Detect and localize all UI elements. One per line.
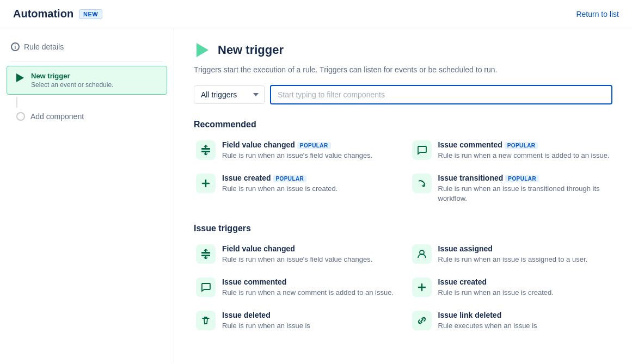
trigger-card[interactable]: Field value changedPOPULAR Rule is run w… (194, 138, 397, 163)
trigger-card-body: Field value changed Rule is run when an … (222, 244, 372, 264)
recommended-section: Recommended Field value changedPOPULAR R… (194, 120, 612, 206)
trigger-card-body: Issue link deleted Rule executes when an… (438, 311, 537, 331)
trigger-card-desc: Rule is run when an issue is (222, 321, 310, 331)
issue-triggers-section-title: Issue triggers (194, 224, 612, 233)
trigger-card-body: Issue deleted Rule is run when an issue … (222, 311, 310, 331)
trigger-card-title: Field value changed (222, 244, 372, 253)
trigger-main-title: New trigger (218, 43, 284, 57)
trigger-card[interactable]: Issue deleted Rule is run when an issue … (194, 309, 397, 333)
trigger-card-body: Issue createdPOPULAR Rule is run when an… (222, 174, 338, 194)
trigger-card-body: Issue commentedPOPULAR Rule is run when … (438, 140, 610, 161)
trigger-card-body: Issue transitionedPOPULAR Rule is run wh… (438, 174, 611, 203)
recommended-triggers-grid: Field value changedPOPULAR Rule is run w… (194, 138, 612, 206)
sidebar: i Rule details New trigger Select an eve… (0, 28, 174, 362)
trigger-card-body: Issue assigned Rule is run when an issue… (438, 244, 588, 264)
issue-triggers-section: Issue triggers Field value changed Rule … (194, 224, 612, 334)
trigger-card-title: Issue link deleted (438, 311, 537, 319)
trigger-card-desc: Rule is run when an issue is transitione… (438, 184, 611, 203)
add-component-row[interactable]: Add component (0, 108, 174, 125)
app-header: Automation NEW Return to list (0, 0, 632, 28)
trigger-card-desc: Rule is run when an issue is created. (438, 288, 554, 298)
trigger-card-desc: Rule executes when an issue is (438, 321, 537, 331)
trigger-card-title: Field value changedPOPULAR (222, 140, 372, 149)
trigger-card-title: Issue transitionedPOPULAR (438, 174, 611, 182)
play-icon (15, 72, 26, 83)
add-component-label: Add component (30, 112, 84, 121)
trigger-card-desc: Rule is run when an issue's field value … (222, 255, 372, 264)
trigger-header: New trigger (194, 41, 612, 59)
popular-badge: POPULAR (297, 142, 331, 149)
trigger-item-title: New trigger (31, 72, 113, 80)
field-value-icon (196, 140, 216, 160)
trigger-card-title: Issue commentedPOPULAR (438, 140, 610, 149)
issue-triggers-grid: Field value changed Rule is run when an … (194, 242, 612, 334)
trigger-card[interactable]: Issue transitionedPOPULAR Rule is run wh… (410, 171, 613, 206)
trigger-card-body: Field value changedPOPULAR Rule is run w… (222, 140, 372, 161)
filter-row: All triggers (194, 85, 612, 104)
main-content: New trigger Triggers start the execution… (174, 28, 632, 362)
sidebar-divider (11, 61, 163, 61)
trigger-card[interactable]: Field value changed Rule is run when an … (194, 242, 397, 267)
trigger-card[interactable]: Issue commentedPOPULAR Rule is run when … (410, 138, 613, 163)
svg-marker-0 (16, 73, 24, 82)
filter-input[interactable] (270, 85, 612, 104)
new-badge: NEW (79, 9, 102, 19)
trigger-card[interactable]: Issue assigned Rule is run when an issue… (410, 242, 613, 267)
trigger-filter-select[interactable]: All triggers (194, 85, 265, 104)
header-left: Automation NEW (13, 8, 102, 20)
add-circle-icon (16, 112, 25, 121)
trigger-card-title: Issue created (438, 277, 554, 286)
assign-icon (412, 244, 432, 264)
trigger-play-icon-large (194, 41, 211, 59)
link-icon (412, 311, 432, 330)
trigger-text-block: New trigger Select an event or schedule. (31, 72, 113, 89)
rule-details-label: Rule details (24, 42, 64, 51)
trigger-card-title: Issue createdPOPULAR (222, 174, 338, 182)
info-icon: i (11, 42, 20, 51)
app-title: Automation (13, 8, 73, 20)
trigger-card-title: Issue assigned (438, 244, 588, 253)
trigger-card-desc: Rule is run when an issue is created. (222, 184, 338, 194)
delete-icon (196, 311, 216, 330)
trigger-item-subtitle: Select an event or schedule. (31, 81, 113, 89)
main-layout: i Rule details New trigger Select an eve… (0, 28, 632, 362)
trigger-card-title: Issue commented (222, 277, 394, 286)
trigger-card-body: Issue created Rule is run when an issue … (438, 277, 554, 298)
trigger-description: Triggers start the execution of a rule. … (194, 65, 612, 74)
trigger-card[interactable]: Issue link deleted Rule executes when an… (410, 309, 613, 333)
trigger-card[interactable]: Issue commented Rule is run when a new c… (194, 275, 397, 300)
popular-badge: POPULAR (505, 175, 539, 182)
plus-icon (196, 174, 216, 193)
field-value-icon (196, 244, 216, 264)
return-to-list-link[interactable]: Return to list (576, 10, 619, 18)
sidebar-trigger-item[interactable]: New trigger Select an event or schedule. (7, 66, 167, 95)
trigger-card-body: Issue commented Rule is run when a new c… (222, 277, 394, 298)
popular-badge: POPULAR (273, 175, 307, 182)
trigger-card-desc: Rule is run when an issue is assigned to… (438, 255, 588, 264)
svg-marker-1 (197, 43, 208, 57)
trigger-card-title: Issue deleted (222, 311, 310, 319)
trigger-card[interactable]: Issue createdPOPULAR Rule is run when an… (194, 171, 397, 206)
recommended-section-title: Recommended (194, 120, 612, 129)
comment-icon (412, 140, 432, 160)
comment-icon (196, 277, 216, 297)
trigger-card-desc: Rule is run when an issue's field value … (222, 151, 372, 161)
sidebar-rule-details[interactable]: i Rule details (0, 37, 174, 57)
plus-icon (412, 277, 432, 297)
transition-icon (412, 174, 432, 193)
trigger-card-desc: Rule is run when a new comment is added … (222, 288, 394, 298)
trigger-card-desc: Rule is run when a new comment is added … (438, 151, 610, 161)
trigger-card[interactable]: Issue created Rule is run when an issue … (410, 275, 613, 300)
popular-badge: POPULAR (505, 142, 538, 149)
